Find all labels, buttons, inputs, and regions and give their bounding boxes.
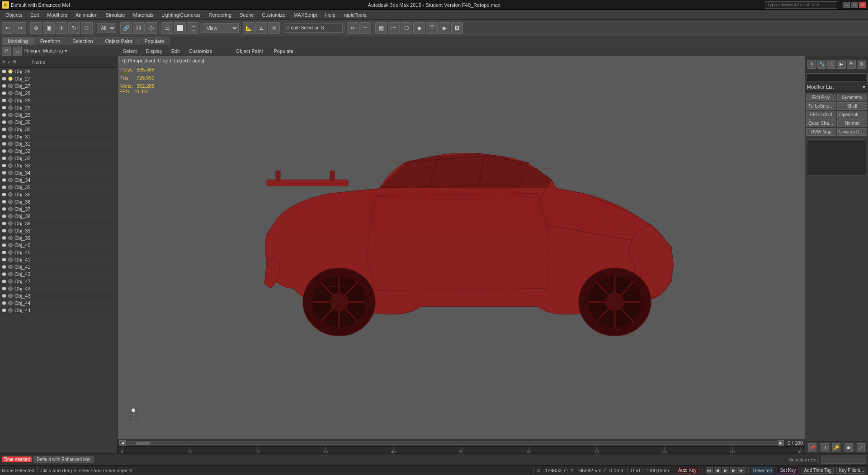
eye-icon[interactable] [2,207,6,211]
eye-icon[interactable] [2,258,6,261]
search-input[interactable] [765,1,837,9]
list-item[interactable]: Obj_44 [0,299,117,307]
rotate-button[interactable]: ↻ [68,22,80,34]
scroll-track[interactable] [127,441,777,445]
object-list[interactable]: Obj_26Obj_27Obj_27Obj_28Obj_28Obj_29Obj_… [0,68,117,453]
eye-icon[interactable] [2,193,6,196]
eye-icon[interactable] [2,309,6,312]
motion-icon[interactable]: ▶ [837,60,846,69]
eye-icon[interactable] [2,91,6,95]
menu-edit[interactable]: Edit [27,11,42,19]
list-item[interactable]: Obj_39 [0,234,117,242]
menu-animation[interactable]: Animation [72,11,101,19]
maximize-button[interactable]: □ [851,2,858,8]
select-by-name-button[interactable]: ☰ [161,22,173,34]
close-button[interactable]: ✕ [859,2,866,8]
minimize-button[interactable]: ─ [843,2,850,8]
list-item[interactable]: Obj_35 [0,184,117,191]
eye-icon[interactable] [2,77,6,81]
redo-button[interactable]: ↪ [14,22,26,34]
list-item[interactable]: Obj_40 [0,242,117,249]
eye-icon[interactable] [2,178,6,182]
tab-populate[interactable]: Populate [138,37,170,45]
menu-rapidtools[interactable]: rapidTools [340,11,370,19]
list-item[interactable]: Obj_31 [0,133,117,140]
eye-icon[interactable] [2,171,6,175]
list-item[interactable]: Obj_30 [0,126,117,133]
play-end-button[interactable]: ⏭ [738,467,745,474]
eye-icon[interactable] [2,301,6,305]
list-item[interactable]: Obj_37 [0,205,117,213]
rpanel-search-input[interactable] [806,73,866,81]
prev-frame-button[interactable]: ◀ [714,467,721,474]
list-item[interactable]: Obj_42 [0,271,117,278]
move-button[interactable]: ✛ [56,22,67,34]
add-time-tag-button[interactable]: Add Time Tag [802,467,834,474]
modifier-button-uvw-map[interactable]: UVW Map [806,128,836,136]
modifier-button-unwrap-uvw[interactable]: Unwrap UVW [837,128,868,136]
checkmark-icon[interactable]: ✓ [7,59,11,64]
viewport[interactable]: [+] [Perspective] [Clay + Edged Faces] P… [118,56,805,439]
expand-button[interactable]: ⤢ [857,443,865,451]
modifier-list-arrow-icon[interactable]: ▼ [862,85,866,90]
menu-customize[interactable]: Customize [258,11,289,19]
modifier-button-symmetry[interactable]: Symmetry [837,94,868,101]
list-item[interactable]: Obj_43 [0,292,117,299]
mirror-button[interactable]: ⇔ [347,22,359,34]
list-item[interactable]: Obj_43 [0,285,117,292]
sun-icon[interactable]: ☀ [807,60,816,69]
bottom-tab-default[interactable]: Default with Enhanced Mel [33,456,94,463]
list-item[interactable]: Obj_32 [0,155,117,162]
list-item[interactable]: Obj_40 [0,249,117,256]
list-item[interactable]: Obj_39 [0,227,117,234]
eye-icon[interactable] [2,265,6,269]
list-item[interactable]: Obj_30 [0,119,117,126]
create-selection-input[interactable] [284,24,343,33]
eye-icon[interactable] [2,157,6,160]
eye-icon[interactable] [2,229,6,233]
eye-icon[interactable] [2,106,6,109]
bind-button[interactable]: ◎ [146,22,157,34]
list-item[interactable]: Obj_28 [0,97,117,104]
modifier-button-normal[interactable]: Normal [837,119,868,127]
view-dropdown[interactable]: View [203,23,239,33]
eye-icon[interactable] [2,135,6,138]
list-item[interactable]: Obj_33 [0,162,117,169]
eye-icon[interactable] [2,164,6,167]
list-item[interactable]: Obj_34 [0,176,117,184]
modifier-button-quad-chamfer[interactable]: Quad Chamfer [806,119,836,127]
auto-key-button[interactable]: Auto Key [675,467,700,474]
display-rpanel-icon[interactable]: 👁 [847,60,856,69]
pin-button[interactable]: 📌 [808,443,816,451]
eye-icon[interactable] [2,70,6,73]
sub-tab-customize[interactable]: Customize [185,48,216,54]
list-item[interactable]: Obj_27 [0,75,117,82]
sub-tab-select[interactable]: Select [119,48,141,54]
menu-rendering[interactable]: Rendering [205,11,235,19]
render-setup-button[interactable]: 🎬 [426,22,438,34]
scale-button[interactable]: ⬡ [81,22,93,34]
schematic-view-button[interactable]: ⬡ [401,22,412,34]
utilities-icon[interactable]: ⚙ [857,60,866,69]
hierarchy-icon[interactable]: ⬡ [827,60,836,69]
eye-icon[interactable] [2,142,6,146]
render-frame-button[interactable]: 🖼 [451,22,463,34]
undo-button[interactable]: ↩ [2,22,14,34]
tab-modeling[interactable]: Modeling [2,37,34,45]
menu-lighting[interactable]: Lighting/Cameras [158,11,204,19]
set-key-button[interactable]: Set Key [777,467,799,474]
eye-icon[interactable] [2,99,6,102]
list-item[interactable]: Obj_29 [0,111,117,119]
eye-icon[interactable] [2,128,6,131]
eye-icon[interactable] [2,236,6,240]
select-button[interactable]: ⊕ [30,22,42,34]
select-region-button[interactable]: ▣ [43,22,55,34]
scroll-right-button[interactable]: ▶ [778,440,784,446]
list-item[interactable]: Obj_28 [0,90,117,97]
list-item[interactable]: Obj_38 [0,213,117,220]
eye-icon[interactable] [2,294,6,298]
record-button[interactable]: ⏺ [844,443,853,451]
modifier-button-opensubdiv-m[interactable]: OpenSubdiv-M [837,111,868,119]
snap-toggle-button[interactable]: 📐 [243,22,255,34]
menu-simulate[interactable]: Simulate [102,11,129,19]
